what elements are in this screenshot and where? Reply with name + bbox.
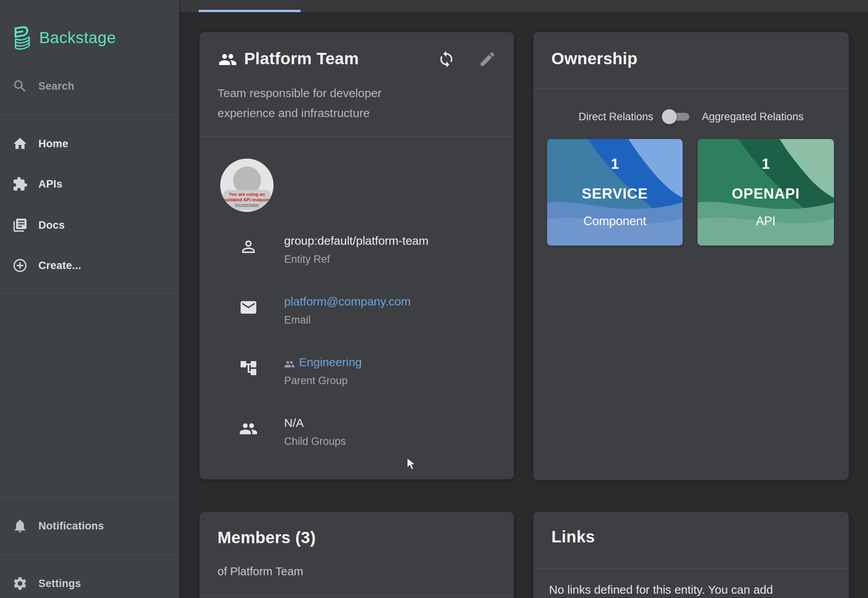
account-tree-icon bbox=[239, 359, 258, 378]
sidebar-item-search[interactable]: Search bbox=[0, 72, 179, 100]
tile-count: 1 bbox=[698, 155, 834, 173]
sidebar-divider bbox=[0, 497, 179, 497]
group-icon bbox=[239, 419, 258, 438]
parent-group-row: Engineering Parent Group bbox=[199, 353, 514, 404]
sidebar-divider bbox=[0, 293, 179, 294]
child-groups-row: N/A Child Groups bbox=[199, 414, 514, 465]
sidebar-item-label: Docs bbox=[38, 219, 65, 231]
puzzle-icon bbox=[12, 176, 28, 192]
page-title: Platform Team bbox=[244, 48, 359, 70]
avatar-warning-text: outdated API endpoint bbox=[223, 197, 271, 203]
sidebar-item-label: Search bbox=[38, 80, 74, 92]
person-outline-icon bbox=[239, 237, 258, 256]
card-divider bbox=[199, 596, 514, 597]
backstage-wordmark: Backstage bbox=[39, 29, 116, 47]
group-avatar: You are using an outdated API endpoint D… bbox=[220, 159, 274, 212]
avatar-warning-banner: You are using an outdated API endpoint D… bbox=[223, 190, 271, 210]
links-card: Links No links defined for this entity. … bbox=[533, 512, 849, 598]
group-description: Team responsible for developer experienc… bbox=[217, 83, 421, 123]
tile-count: 1 bbox=[547, 155, 683, 173]
parent-group-label: Parent Group bbox=[284, 371, 362, 390]
ownership-title: Ownership bbox=[551, 48, 638, 70]
ownership-tiles: 1 SERVICE Component 1 OPENAPI API bbox=[547, 139, 834, 246]
direct-relations-label: Direct Relations bbox=[578, 111, 653, 123]
email-link[interactable]: platform@company.com bbox=[284, 293, 411, 311]
group-icon bbox=[284, 357, 295, 368]
card-divider bbox=[533, 89, 849, 89]
ownership-tile-openapi[interactable]: 1 OPENAPI API bbox=[698, 139, 834, 246]
sidebar-item-docs[interactable]: Docs bbox=[0, 211, 179, 239]
bell-icon bbox=[12, 518, 28, 534]
aggregated-relations-label: Aggregated Relations bbox=[702, 111, 804, 123]
sidebar-item-label: Settings bbox=[38, 578, 81, 590]
ownership-tile-service[interactable]: 1 SERVICE Component bbox=[547, 139, 683, 246]
plus-circle-icon bbox=[12, 258, 28, 273]
sidebar-item-settings[interactable]: Settings bbox=[0, 569, 179, 598]
backstage-logo-icon bbox=[10, 24, 34, 51]
docs-icon bbox=[12, 217, 28, 233]
members-subtitle: of Platform Team bbox=[217, 564, 303, 579]
switch-thumb bbox=[662, 109, 677, 124]
relations-toggle-row: Direct Relations Aggregated Relations bbox=[533, 102, 849, 132]
child-groups-label: Child Groups bbox=[284, 432, 346, 451]
sidebar-item-label: APIs bbox=[38, 178, 62, 190]
sidebar-divider bbox=[0, 555, 179, 555]
email-icon bbox=[239, 298, 258, 317]
sidebar-item-create[interactable]: Create... bbox=[0, 251, 179, 280]
links-title: Links bbox=[551, 526, 595, 548]
group-icon bbox=[218, 50, 237, 69]
card-divider bbox=[199, 136, 514, 137]
main-content: Platform Team Team responsible for devel… bbox=[179, 12, 868, 598]
tile-type: Component bbox=[547, 213, 683, 229]
backstage-app: Backstage Search Home APIs Docs bbox=[0, 0, 868, 598]
sidebar-item-notifications[interactable]: Notifications bbox=[0, 512, 179, 540]
parent-group-link[interactable]: Engineering bbox=[299, 353, 362, 371]
sidebar-divider bbox=[0, 114, 179, 115]
mouse-cursor bbox=[406, 457, 418, 471]
gear-icon bbox=[12, 576, 28, 591]
tile-kind: SERVICE bbox=[547, 184, 683, 203]
members-title: Members (3) bbox=[217, 527, 316, 549]
tab-bar[interactable] bbox=[179, 0, 868, 12]
sidebar-item-home[interactable]: Home bbox=[0, 130, 179, 158]
backstage-logo[interactable]: Backstage bbox=[10, 23, 116, 52]
child-groups-value: N/A bbox=[284, 414, 346, 432]
tile-type: API bbox=[698, 213, 834, 229]
entity-ref-value: group:default/platform-team bbox=[284, 232, 429, 250]
sidebar-item-apis[interactable]: APIs bbox=[0, 170, 179, 198]
sidebar-item-label: Home bbox=[38, 138, 68, 150]
entity-ref-label: Entity Ref bbox=[284, 250, 429, 269]
ownership-card: Ownership Direct Relations Aggregated Re… bbox=[533, 32, 849, 480]
edit-button[interactable] bbox=[478, 50, 497, 68]
sidebar: Backstage Search Home APIs Docs bbox=[0, 0, 179, 598]
email-row: platform@company.com Email bbox=[199, 293, 514, 343]
sidebar-item-label: Create... bbox=[38, 260, 81, 272]
members-card: Members (3) of Platform Team bbox=[199, 512, 514, 598]
sidebar-item-label: Notifications bbox=[38, 520, 104, 532]
relations-toggle-switch[interactable] bbox=[662, 109, 693, 125]
entity-ref-row: group:default/platform-team Entity Ref bbox=[199, 232, 514, 283]
refresh-button[interactable] bbox=[437, 50, 455, 68]
avatar-warning-text: You are using an bbox=[223, 192, 271, 197]
card-divider bbox=[533, 569, 849, 569]
search-icon bbox=[12, 78, 28, 94]
links-empty-text: No links defined for this entity. You ca… bbox=[549, 582, 831, 598]
email-label: Email bbox=[284, 311, 411, 329]
home-icon bbox=[12, 136, 28, 152]
avatar-documentation-link: Documentation bbox=[223, 202, 271, 208]
group-profile-card: Platform Team Team responsible for devel… bbox=[199, 32, 514, 479]
tile-kind: OPENAPI bbox=[698, 184, 834, 203]
